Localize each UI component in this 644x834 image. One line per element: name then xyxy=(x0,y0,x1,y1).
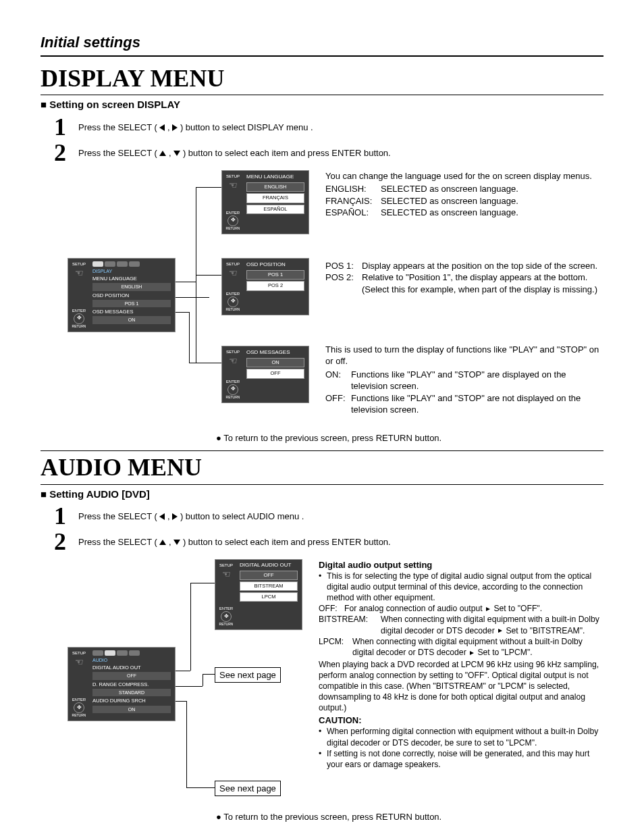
pos-extra: (Select this for example, when part of t… xyxy=(362,284,603,296)
lang-intro: You can change the language used for the… xyxy=(325,170,603,182)
hand-icon: ☜ xyxy=(222,568,231,581)
enter-label: ENTER xyxy=(219,606,233,611)
setup-label: SETUP xyxy=(226,174,240,179)
nav-icon: ✥ xyxy=(227,384,238,395)
pos-row: POS 1:Display appears at the position on… xyxy=(325,260,603,272)
lang-row: ENGLISH:SELECTED as onscreen language. xyxy=(325,183,603,195)
display-return-note: ● To return to the previous screen, pres… xyxy=(216,432,603,444)
audio-diagram: SETUP ☜ ENTER ✥ RETURN AUDIO DIGITAL AUD… xyxy=(41,559,311,806)
msg-intro: This is used to turn the display of func… xyxy=(325,344,603,367)
hand-icon: ☜ xyxy=(75,656,84,669)
setup-label: SETUP xyxy=(72,261,86,267)
step-text: Press the SELECT ( , ) button to select … xyxy=(78,504,304,523)
msg-row: ON:Functions like "PLAY" and "STOP" are … xyxy=(325,369,603,392)
panel-header: OSD MESSAGES xyxy=(246,349,304,357)
triangle-up-icon xyxy=(159,540,166,545)
hand-icon: ☜ xyxy=(75,267,84,280)
row-value: ENGLISH xyxy=(92,283,171,290)
caution-bullet: •When performing digital connection with… xyxy=(319,726,603,748)
option: LPCM xyxy=(240,592,298,602)
display-step-2: 2 Press the SELECT ( , ) button to selec… xyxy=(54,140,603,165)
osd-position-panel: SETUP ☜ ENTER ✥ RETURN OSD POSITION POS … xyxy=(221,258,309,315)
option: BITSTREAM xyxy=(240,581,298,591)
see-next-page-box: See next page xyxy=(215,667,281,683)
row-value: ON xyxy=(92,706,171,713)
enter-label: ENTER xyxy=(226,210,240,215)
nav-icon: ✥ xyxy=(74,313,84,324)
row-value: POS 1 xyxy=(92,300,171,307)
option: POS 1 xyxy=(246,270,304,280)
display-diagram: SETUP ☜ ENTER ✥ RETURN DISPLAY MENU LANG… xyxy=(41,170,317,427)
return-label: RETURN xyxy=(219,622,234,627)
osd-main-display-panel: SETUP ☜ ENTER ✥ RETURN DISPLAY MENU LANG… xyxy=(68,258,176,332)
section-label: DISPLAY xyxy=(92,268,171,274)
audio-return-note: ● To return to the previous screen, pres… xyxy=(216,811,603,823)
enter-label: ENTER xyxy=(226,379,240,384)
setup-label: SETUP xyxy=(72,650,86,656)
triangle-down-icon xyxy=(173,151,180,156)
triangle-up-icon xyxy=(159,151,166,156)
row-label: OSD MESSAGES xyxy=(92,309,171,315)
lang-row: FRANÇAIS:SELECTED as onscreen language. xyxy=(325,195,603,207)
step-number: 2 xyxy=(54,140,70,165)
osd-digital-audio-panel: SETUP ☜ ENTER ✥ RETURN DIGITAL AUDIO OUT… xyxy=(215,559,302,630)
step-text: Press the SELECT ( , ) button to select … xyxy=(78,529,391,548)
audio-menu-title: AUDIO MENU xyxy=(41,451,603,485)
panel-header: DIGITAL AUDIO OUT xyxy=(240,563,298,569)
arrow-right-icon xyxy=(498,629,502,633)
osd-main-audio-panel: SETUP ☜ ENTER ✥ RETURN AUDIO DIGITAL AUD… xyxy=(68,647,176,721)
osd-language-panel: SETUP ☜ ENTER ✥ RETURN MENU LANGUAGE ENG… xyxy=(221,170,309,234)
panel-header: OSD POSITION xyxy=(246,261,304,269)
return-label: RETURN xyxy=(226,395,240,400)
bitstream-row: BITSTREAM:When connecting with digital e… xyxy=(319,614,603,635)
setup-label: SETUP xyxy=(219,563,233,568)
lang-row: ESPAÑOL:SELECTED as onscreen language. xyxy=(325,207,603,219)
display-descriptions: You can change the language used for the… xyxy=(317,170,603,427)
see-next-page-box: See next page xyxy=(215,781,281,797)
return-label: RETURN xyxy=(72,324,86,329)
nav-icon: ✥ xyxy=(74,702,84,713)
setup-label: SETUP xyxy=(226,261,240,267)
audio-descriptions: Digital audio output setting •This is fo… xyxy=(311,559,603,806)
audio-step-1: 1 Press the SELECT ( , ) button to selec… xyxy=(54,504,603,528)
display-step-1: 1 Press the SELECT ( , ) button to selec… xyxy=(54,115,603,139)
lpcm-row: LPCM:When connecting with digital equipm… xyxy=(319,636,603,658)
row-label: DIGITAL AUDIO OUT xyxy=(92,664,171,671)
audio-extra: When playing back a DVD recorded at LPCM… xyxy=(319,659,603,713)
setup-label: SETUP xyxy=(226,349,240,355)
hand-icon: ☜ xyxy=(229,267,238,280)
option: ESPAÑOL xyxy=(246,205,304,214)
row-label: D. RANGE COMPRESS. xyxy=(92,681,171,688)
arrow-right-icon xyxy=(470,651,474,655)
hand-icon: ☜ xyxy=(229,179,238,192)
nav-icon: ✥ xyxy=(221,611,232,622)
display-menu-title: DISPLAY MENU xyxy=(41,62,603,96)
enter-label: ENTER xyxy=(72,308,86,313)
triangle-down-icon xyxy=(173,540,180,545)
row-value: OFF xyxy=(92,672,171,679)
option: OFF xyxy=(240,571,298,580)
step-number: 1 xyxy=(54,115,70,139)
enter-label: ENTER xyxy=(226,291,240,296)
display-subheading: Setting on screen DISPLAY xyxy=(41,98,603,111)
step-number: 1 xyxy=(54,504,70,528)
caution-heading: CAUTION: xyxy=(319,714,603,726)
nav-icon: ✥ xyxy=(227,215,238,226)
osd-messages-panel: SETUP ☜ ENTER ✥ RETURN OSD MESSAGES ON O… xyxy=(221,346,309,403)
audio-subheading: Setting AUDIO [DVD] xyxy=(41,488,603,501)
return-label: RETURN xyxy=(226,226,240,231)
nav-icon: ✥ xyxy=(227,296,238,307)
enter-label: ENTER xyxy=(72,697,86,702)
row-label: AUDIO DURING SRCH xyxy=(92,698,171,704)
step-text: Press the SELECT ( , ) button to select … xyxy=(78,140,391,159)
option: OFF xyxy=(246,369,304,378)
pos-row: POS 2:Relative to "Position 1", the disp… xyxy=(325,271,603,284)
audio-step-2: 2 Press the SELECT ( , ) button to selec… xyxy=(54,529,603,554)
row-label: OSD POSITION xyxy=(92,292,171,299)
off-row: OFF:For analog connection of audio outpu… xyxy=(319,603,603,614)
option: ON xyxy=(246,358,304,367)
option: ENGLISH xyxy=(246,182,304,192)
panel-header: MENU LANGUAGE xyxy=(246,174,304,181)
return-label: RETURN xyxy=(226,307,240,312)
option: FRANÇAIS xyxy=(246,193,304,203)
